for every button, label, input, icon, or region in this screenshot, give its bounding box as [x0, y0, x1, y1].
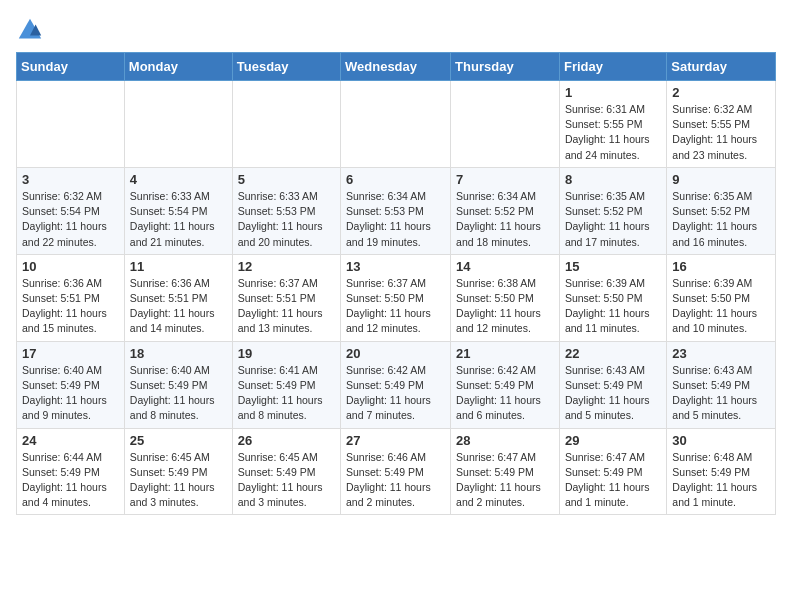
calendar-week-row: 24Sunrise: 6:44 AMSunset: 5:49 PMDayligh… [17, 428, 776, 515]
calendar-cell: 14Sunrise: 6:38 AMSunset: 5:50 PMDayligh… [451, 254, 560, 341]
day-number: 15 [565, 259, 661, 274]
calendar-cell: 13Sunrise: 6:37 AMSunset: 5:50 PMDayligh… [341, 254, 451, 341]
calendar-cell: 10Sunrise: 6:36 AMSunset: 5:51 PMDayligh… [17, 254, 125, 341]
day-info: Sunrise: 6:37 AMSunset: 5:51 PMDaylight:… [238, 276, 335, 337]
day-number: 14 [456, 259, 554, 274]
calendar-cell: 22Sunrise: 6:43 AMSunset: 5:49 PMDayligh… [559, 341, 666, 428]
day-info: Sunrise: 6:33 AMSunset: 5:53 PMDaylight:… [238, 189, 335, 250]
calendar-cell: 20Sunrise: 6:42 AMSunset: 5:49 PMDayligh… [341, 341, 451, 428]
day-number: 22 [565, 346, 661, 361]
day-of-week-header: Sunday [17, 53, 125, 81]
day-of-week-header: Thursday [451, 53, 560, 81]
calendar-cell: 25Sunrise: 6:45 AMSunset: 5:49 PMDayligh… [124, 428, 232, 515]
day-info: Sunrise: 6:35 AMSunset: 5:52 PMDaylight:… [672, 189, 770, 250]
day-info: Sunrise: 6:40 AMSunset: 5:49 PMDaylight:… [22, 363, 119, 424]
calendar-week-row: 3Sunrise: 6:32 AMSunset: 5:54 PMDaylight… [17, 167, 776, 254]
calendar-cell: 18Sunrise: 6:40 AMSunset: 5:49 PMDayligh… [124, 341, 232, 428]
day-of-week-header: Tuesday [232, 53, 340, 81]
day-number: 27 [346, 433, 445, 448]
day-info: Sunrise: 6:34 AMSunset: 5:52 PMDaylight:… [456, 189, 554, 250]
day-info: Sunrise: 6:45 AMSunset: 5:49 PMDaylight:… [130, 450, 227, 511]
day-info: Sunrise: 6:47 AMSunset: 5:49 PMDaylight:… [565, 450, 661, 511]
day-info: Sunrise: 6:41 AMSunset: 5:49 PMDaylight:… [238, 363, 335, 424]
calendar-cell: 11Sunrise: 6:36 AMSunset: 5:51 PMDayligh… [124, 254, 232, 341]
day-info: Sunrise: 6:33 AMSunset: 5:54 PMDaylight:… [130, 189, 227, 250]
day-number: 21 [456, 346, 554, 361]
day-number: 18 [130, 346, 227, 361]
day-info: Sunrise: 6:38 AMSunset: 5:50 PMDaylight:… [456, 276, 554, 337]
calendar-cell: 1Sunrise: 6:31 AMSunset: 5:55 PMDaylight… [559, 81, 666, 168]
calendar-header-row: SundayMondayTuesdayWednesdayThursdayFrid… [17, 53, 776, 81]
calendar-cell: 24Sunrise: 6:44 AMSunset: 5:49 PMDayligh… [17, 428, 125, 515]
calendar-cell: 6Sunrise: 6:34 AMSunset: 5:53 PMDaylight… [341, 167, 451, 254]
day-number: 10 [22, 259, 119, 274]
day-number: 12 [238, 259, 335, 274]
day-of-week-header: Saturday [667, 53, 776, 81]
calendar-cell [232, 81, 340, 168]
day-number: 2 [672, 85, 770, 100]
day-number: 28 [456, 433, 554, 448]
calendar-cell [341, 81, 451, 168]
day-number: 25 [130, 433, 227, 448]
calendar-week-row: 10Sunrise: 6:36 AMSunset: 5:51 PMDayligh… [17, 254, 776, 341]
day-number: 17 [22, 346, 119, 361]
logo-icon [16, 16, 44, 44]
day-of-week-header: Friday [559, 53, 666, 81]
day-info: Sunrise: 6:44 AMSunset: 5:49 PMDaylight:… [22, 450, 119, 511]
day-number: 23 [672, 346, 770, 361]
calendar-cell: 16Sunrise: 6:39 AMSunset: 5:50 PMDayligh… [667, 254, 776, 341]
day-info: Sunrise: 6:46 AMSunset: 5:49 PMDaylight:… [346, 450, 445, 511]
calendar-cell: 8Sunrise: 6:35 AMSunset: 5:52 PMDaylight… [559, 167, 666, 254]
calendar-week-row: 17Sunrise: 6:40 AMSunset: 5:49 PMDayligh… [17, 341, 776, 428]
day-info: Sunrise: 6:43 AMSunset: 5:49 PMDaylight:… [565, 363, 661, 424]
day-number: 6 [346, 172, 445, 187]
calendar-week-row: 1Sunrise: 6:31 AMSunset: 5:55 PMDaylight… [17, 81, 776, 168]
calendar-cell: 4Sunrise: 6:33 AMSunset: 5:54 PMDaylight… [124, 167, 232, 254]
calendar-cell: 5Sunrise: 6:33 AMSunset: 5:53 PMDaylight… [232, 167, 340, 254]
calendar-cell [124, 81, 232, 168]
day-info: Sunrise: 6:39 AMSunset: 5:50 PMDaylight:… [565, 276, 661, 337]
day-number: 29 [565, 433, 661, 448]
day-of-week-header: Wednesday [341, 53, 451, 81]
day-info: Sunrise: 6:48 AMSunset: 5:49 PMDaylight:… [672, 450, 770, 511]
day-info: Sunrise: 6:40 AMSunset: 5:49 PMDaylight:… [130, 363, 227, 424]
day-number: 5 [238, 172, 335, 187]
day-number: 30 [672, 433, 770, 448]
day-info: Sunrise: 6:36 AMSunset: 5:51 PMDaylight:… [22, 276, 119, 337]
calendar-cell: 30Sunrise: 6:48 AMSunset: 5:49 PMDayligh… [667, 428, 776, 515]
day-info: Sunrise: 6:35 AMSunset: 5:52 PMDaylight:… [565, 189, 661, 250]
logo [16, 16, 48, 44]
day-info: Sunrise: 6:43 AMSunset: 5:49 PMDaylight:… [672, 363, 770, 424]
day-number: 16 [672, 259, 770, 274]
day-info: Sunrise: 6:31 AMSunset: 5:55 PMDaylight:… [565, 102, 661, 163]
page-header [16, 16, 776, 44]
day-number: 11 [130, 259, 227, 274]
day-number: 7 [456, 172, 554, 187]
day-number: 9 [672, 172, 770, 187]
day-number: 3 [22, 172, 119, 187]
day-number: 19 [238, 346, 335, 361]
calendar-cell: 19Sunrise: 6:41 AMSunset: 5:49 PMDayligh… [232, 341, 340, 428]
day-number: 20 [346, 346, 445, 361]
day-number: 26 [238, 433, 335, 448]
day-info: Sunrise: 6:34 AMSunset: 5:53 PMDaylight:… [346, 189, 445, 250]
day-info: Sunrise: 6:36 AMSunset: 5:51 PMDaylight:… [130, 276, 227, 337]
calendar-cell: 21Sunrise: 6:42 AMSunset: 5:49 PMDayligh… [451, 341, 560, 428]
calendar-cell: 29Sunrise: 6:47 AMSunset: 5:49 PMDayligh… [559, 428, 666, 515]
calendar-cell: 23Sunrise: 6:43 AMSunset: 5:49 PMDayligh… [667, 341, 776, 428]
calendar-cell: 2Sunrise: 6:32 AMSunset: 5:55 PMDaylight… [667, 81, 776, 168]
calendar-cell: 7Sunrise: 6:34 AMSunset: 5:52 PMDaylight… [451, 167, 560, 254]
calendar-cell: 15Sunrise: 6:39 AMSunset: 5:50 PMDayligh… [559, 254, 666, 341]
day-number: 8 [565, 172, 661, 187]
day-info: Sunrise: 6:42 AMSunset: 5:49 PMDaylight:… [456, 363, 554, 424]
day-info: Sunrise: 6:32 AMSunset: 5:55 PMDaylight:… [672, 102, 770, 163]
calendar-cell [17, 81, 125, 168]
calendar-cell [451, 81, 560, 168]
calendar-cell: 27Sunrise: 6:46 AMSunset: 5:49 PMDayligh… [341, 428, 451, 515]
calendar-cell: 9Sunrise: 6:35 AMSunset: 5:52 PMDaylight… [667, 167, 776, 254]
calendar-cell: 3Sunrise: 6:32 AMSunset: 5:54 PMDaylight… [17, 167, 125, 254]
day-number: 24 [22, 433, 119, 448]
day-info: Sunrise: 6:39 AMSunset: 5:50 PMDaylight:… [672, 276, 770, 337]
day-number: 1 [565, 85, 661, 100]
day-info: Sunrise: 6:32 AMSunset: 5:54 PMDaylight:… [22, 189, 119, 250]
